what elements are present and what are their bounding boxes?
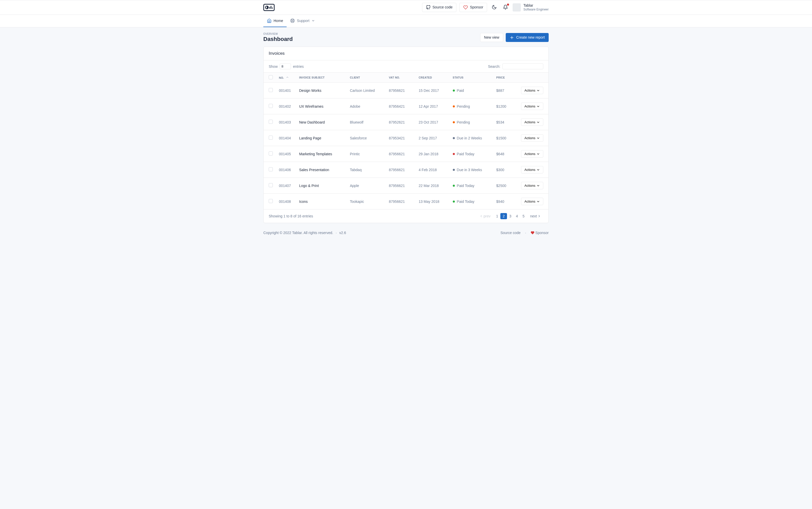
row-checkbox[interactable] — [269, 151, 273, 156]
row-actions-button[interactable]: Actions — [521, 103, 543, 110]
cell-created: 15 Dec 2017 — [416, 82, 450, 99]
row-checkbox[interactable] — [269, 104, 273, 108]
svg-line-7 — [291, 20, 292, 20]
user-menu[interactable]: Tablar Software Engineer — [513, 3, 549, 11]
cell-subject[interactable]: Logo & Print — [296, 178, 347, 194]
row-actions-button[interactable]: Actions — [521, 134, 543, 142]
sort-asc-icon — [286, 76, 289, 79]
cell-subject[interactable]: UX Wireframes — [296, 99, 347, 114]
col-header-price[interactable]: Price — [493, 73, 518, 82]
cell-client[interactable]: Carlson Limited — [347, 82, 386, 99]
footer-sponsor-link[interactable]: Sponsor — [531, 231, 549, 235]
page-footer: Copyright © 2022 Tablar. All rights rese… — [263, 223, 549, 245]
pagination-page[interactable]: 4 — [514, 213, 520, 219]
nav-support-label: Support — [297, 19, 309, 23]
theme-toggle-button[interactable] — [490, 3, 498, 12]
row-actions-button[interactable]: Actions — [521, 118, 543, 126]
table-row: 001408 Icons Tookapic 87956621 13 May 20… — [263, 194, 549, 209]
cell-price: $534 — [493, 114, 518, 130]
search-label: Search: — [488, 64, 500, 69]
col-header-client[interactable]: Client — [347, 73, 386, 82]
brand-logo[interactable] — [263, 4, 275, 11]
sponsor-button[interactable]: Sponsor — [459, 3, 487, 12]
col-header-vat[interactable]: Vat No. — [386, 73, 416, 82]
cell-client[interactable]: Salesforce — [347, 130, 386, 146]
source-code-button[interactable]: Source code — [422, 3, 457, 12]
cell-client[interactable]: Adobe — [347, 99, 386, 114]
cell-subject[interactable]: Marketing Templates — [296, 146, 347, 162]
row-checkbox[interactable] — [269, 167, 273, 171]
col-header-created[interactable]: Created — [416, 73, 450, 82]
table-row: 001401 Design Works Carlson Limited 8795… — [263, 82, 549, 99]
nav-home[interactable]: Home — [263, 15, 287, 27]
new-view-button[interactable]: New view — [480, 33, 503, 42]
cell-no: 001401 — [276, 82, 296, 99]
cell-client[interactable]: Bluewolf — [347, 114, 386, 130]
cell-status: Due in 2 Weeks — [450, 130, 493, 146]
search-input[interactable] — [502, 63, 543, 69]
chevron-left-icon — [480, 214, 483, 218]
pagination-prev[interactable]: prev — [477, 213, 493, 219]
cell-vat: 87956421 — [386, 99, 416, 114]
cell-status: Pending — [450, 99, 493, 114]
select-all-checkbox[interactable] — [269, 75, 273, 79]
pagination-next[interactable]: next — [528, 213, 543, 219]
page-title: Dashboard — [263, 36, 293, 42]
row-checkbox[interactable] — [269, 136, 273, 140]
cell-vat: 87956621 — [386, 194, 416, 209]
cell-vat: 87956621 — [386, 146, 416, 162]
pagination-page[interactable]: 5 — [520, 213, 527, 219]
col-header-subject[interactable]: Invoice Subject — [296, 73, 347, 82]
footer-version: v2.6 — [339, 231, 346, 235]
create-report-button[interactable]: Create new report — [506, 33, 549, 42]
row-actions-button[interactable]: Actions — [521, 87, 543, 94]
row-actions-button[interactable]: Actions — [521, 150, 543, 158]
cell-client[interactable]: Apple — [347, 178, 386, 194]
plus-icon — [509, 35, 514, 40]
cell-created: 2 Sep 2017 — [416, 130, 450, 146]
chevron-down-icon — [311, 19, 315, 23]
create-report-label: Create new report — [516, 35, 545, 40]
chevron-right-icon — [537, 214, 541, 218]
row-actions-button[interactable]: Actions — [521, 166, 543, 173]
cell-client[interactable]: Tookapic — [347, 194, 386, 209]
nav-home-label: Home — [274, 19, 283, 23]
chevron-down-icon — [536, 105, 540, 108]
footer-copyright: Copyright © 2022 Tablar. All rights rese… — [263, 231, 333, 235]
col-header-no[interactable]: No. — [276, 73, 296, 82]
row-actions-button[interactable]: Actions — [521, 182, 543, 189]
row-checkbox[interactable] — [269, 183, 273, 187]
cell-created: 13 May 2018 — [416, 194, 450, 209]
cell-subject[interactable]: Sales Presentation — [296, 162, 347, 178]
cell-created: 4 Feb 2018 — [416, 162, 450, 178]
user-name: Tablar — [523, 3, 549, 8]
chevron-down-icon — [536, 121, 540, 124]
cell-vat: 87956621 — [386, 162, 416, 178]
notifications-button[interactable] — [501, 3, 509, 12]
cell-vat: 87956621 — [386, 82, 416, 99]
cell-subject[interactable]: Icons — [296, 194, 347, 209]
cell-subject[interactable]: Design Works — [296, 82, 347, 99]
cell-client[interactable]: Tabdaq — [347, 162, 386, 178]
col-header-status[interactable]: Status — [450, 73, 493, 82]
row-actions-button[interactable]: Actions — [521, 198, 543, 205]
cell-subject[interactable]: Landing Page — [296, 130, 347, 146]
logo-icon — [263, 4, 275, 11]
cell-no: 001403 — [276, 114, 296, 130]
row-checkbox[interactable] — [269, 120, 273, 124]
footer-source-code-link[interactable]: Source code — [500, 231, 521, 235]
row-checkbox[interactable] — [269, 88, 273, 92]
cell-subject[interactable]: New Dashboard — [296, 114, 347, 130]
pagination-page[interactable]: 3 — [507, 213, 514, 219]
cell-no: 001402 — [276, 99, 296, 114]
user-role: Software Engineer — [523, 8, 549, 11]
chevron-down-icon — [536, 184, 540, 188]
cell-client[interactable]: Printic — [347, 146, 386, 162]
nav-support[interactable]: Support — [287, 15, 319, 27]
entries-input[interactable] — [280, 63, 291, 69]
moon-icon — [492, 5, 497, 10]
row-checkbox[interactable] — [269, 199, 273, 203]
status-dot-icon — [453, 201, 455, 203]
pagination-page[interactable]: 1 — [494, 213, 501, 219]
pagination-page[interactable]: 2 — [500, 213, 507, 219]
